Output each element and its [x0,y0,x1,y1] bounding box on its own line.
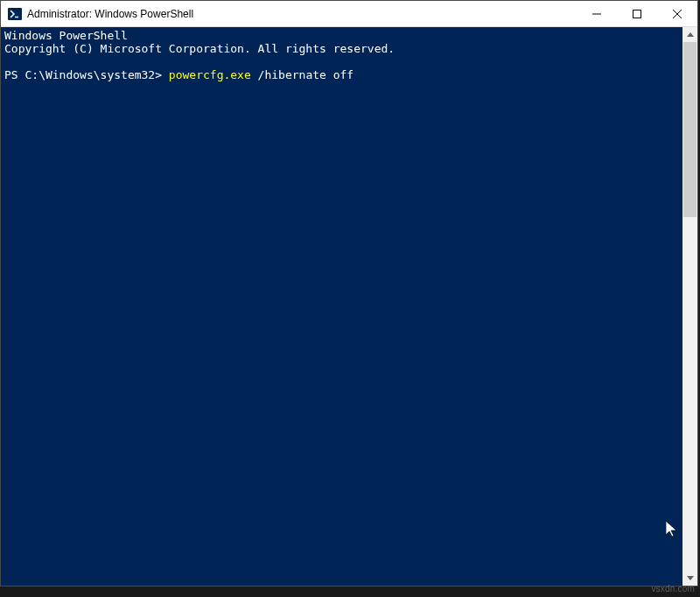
prompt-prefix: PS C:\Windows\system32> [4,68,169,81]
watermark-text: vsxdn.com [651,584,695,593]
svg-rect-3 [634,10,641,18]
window-controls [577,1,697,26]
powershell-window: Administrator: Windows PowerShell Window… [0,0,698,586]
prompt-line: PS C:\Windows\system32> powercfg.exe /hi… [4,68,694,81]
window-title: Administrator: Windows PowerShell [27,8,577,20]
scrollbar-thumb[interactable] [683,42,696,217]
minimize-button[interactable] [577,1,617,26]
banner-line-2: Copyright (C) Microsoft Corporation. All… [4,42,694,55]
blank-line [4,55,694,68]
vertical-scrollbar[interactable] [682,27,697,586]
close-button[interactable] [657,1,697,26]
scrollbar-up-button[interactable] [682,27,697,42]
maximize-button[interactable] [617,1,657,26]
command-arguments: /hibernate off [251,68,354,81]
banner-line-1: Windows PowerShell [4,29,694,42]
titlebar[interactable]: Administrator: Windows PowerShell [1,1,697,27]
terminal-area[interactable]: Windows PowerShell Copyright (C) Microso… [1,27,697,586]
command-executable: powercfg.exe [169,68,251,81]
powershell-icon [8,7,22,21]
